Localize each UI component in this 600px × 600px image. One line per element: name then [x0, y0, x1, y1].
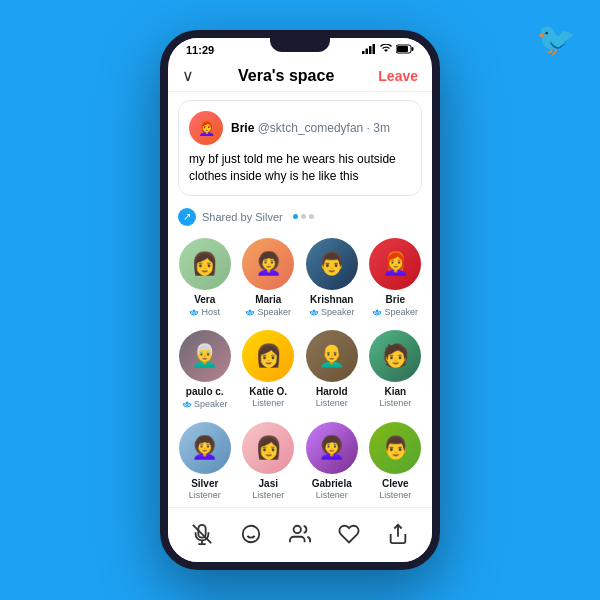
svg-point-7	[193, 309, 196, 312]
participant-role: Listener	[189, 490, 221, 500]
participant-name: Harold	[316, 386, 348, 398]
participant-name: Krishnan	[310, 294, 353, 306]
screen-content: ∨ Vera's space Leave 👩‍🦰 Brie @sktch_com…	[168, 58, 432, 562]
svg-point-11	[185, 401, 188, 404]
participant-name: Maria	[255, 294, 281, 306]
participant-avatar: 👩	[242, 330, 294, 382]
participant-avatar: 👨‍🦳	[179, 330, 231, 382]
tweet-handle: @sktch_comedyfan	[258, 121, 364, 135]
status-icons	[362, 44, 414, 56]
participant-role: Speaker	[245, 306, 291, 318]
participant-role: Listener	[252, 398, 284, 408]
svg-rect-2	[369, 46, 372, 54]
participant-kian[interactable]: 🧑KianListener	[365, 326, 427, 414]
participant-avatar: 👨‍🦲	[306, 330, 358, 382]
participant-role: Speaker	[309, 306, 355, 318]
svg-rect-3	[372, 44, 375, 54]
shared-icon: ↗	[178, 208, 196, 226]
speaker-mic-icon	[309, 306, 319, 318]
tweet-avatar: 👩‍🦰	[189, 111, 223, 145]
tweet-card: 👩‍🦰 Brie @sktch_comedyfan · 3m my bf jus…	[178, 100, 422, 196]
participant-name: Jasi	[259, 478, 278, 490]
dot-1	[293, 214, 298, 219]
tweet-text: my bf just told me he wears his outside …	[189, 151, 411, 185]
phone-notch	[270, 38, 330, 52]
tweet-user: 👩‍🦰 Brie @sktch_comedyfan · 3m	[189, 111, 411, 145]
dot-2	[301, 214, 306, 219]
participant-role: Listener	[316, 398, 348, 408]
participant-name: Kian	[384, 386, 406, 398]
dot-3	[309, 214, 314, 219]
participant-silver[interactable]: 👩‍🦱SilverListener	[174, 418, 236, 504]
people-button[interactable]	[282, 516, 318, 552]
svg-rect-5	[397, 46, 408, 52]
svg-rect-0	[362, 51, 365, 54]
svg-point-9	[312, 309, 315, 312]
participants-section: 👩VeraHost👩‍🦱MariaSpeaker👨KrishnanSpeaker…	[168, 230, 432, 507]
participant-avatar: 👨	[306, 238, 358, 290]
participant-avatar: 👩	[242, 422, 294, 474]
tweet-name: Brie	[231, 121, 254, 135]
tweet-time: · 3m	[367, 121, 390, 135]
speaker-mic-icon	[245, 306, 255, 318]
participant-katie-o[interactable]: 👩Katie O.Listener	[238, 326, 300, 414]
participant-role: Listener	[252, 490, 284, 500]
participant-avatar: 🧑	[369, 330, 421, 382]
participant-role: Listener	[379, 398, 411, 408]
speaker-mic-icon	[372, 306, 382, 318]
speaker-mic-icon	[189, 306, 199, 318]
svg-point-15	[243, 526, 260, 543]
participant-name: Brie	[386, 294, 405, 306]
participants-grid: 👩VeraHost👩‍🦱MariaSpeaker👨KrishnanSpeaker…	[174, 234, 426, 504]
participant-avatar: 👨	[369, 422, 421, 474]
emoji-button[interactable]	[233, 516, 269, 552]
bottom-nav	[168, 507, 432, 562]
participant-jasi[interactable]: 👩JasiListener	[238, 418, 300, 504]
shared-bar: ↗ Shared by Silver	[168, 204, 432, 230]
participant-avatar: 👩‍🦰	[369, 238, 421, 290]
heart-button[interactable]	[331, 516, 367, 552]
participant-cleve[interactable]: 👨CleveListener	[365, 418, 427, 504]
participant-brie[interactable]: 👩‍🦰BrieSpeaker	[365, 234, 427, 322]
participant-role: Listener	[379, 490, 411, 500]
phone: 11:29	[160, 30, 440, 570]
participant-avatar: 👩‍🦱	[306, 422, 358, 474]
participant-harold[interactable]: 👨‍🦲HaroldListener	[301, 326, 363, 414]
participant-name: paulo c.	[186, 386, 224, 398]
participant-name: Vera	[194, 294, 215, 306]
svg-point-10	[376, 309, 379, 312]
participant-vera[interactable]: 👩VeraHost	[174, 234, 236, 322]
participant-name: Cleve	[382, 478, 409, 490]
twitter-logo: 🐦	[536, 20, 576, 58]
participant-role: Host	[189, 306, 220, 318]
wifi-icon	[380, 44, 392, 56]
mute-button[interactable]	[184, 516, 220, 552]
participant-avatar: 👩	[179, 238, 231, 290]
share-button[interactable]	[380, 516, 416, 552]
participant-avatar: 👩‍🦱	[242, 238, 294, 290]
svg-rect-6	[411, 47, 413, 51]
app-header: ∨ Vera's space Leave	[168, 58, 432, 92]
status-time: 11:29	[186, 44, 214, 56]
svg-point-18	[294, 526, 301, 533]
shared-label: Shared by Silver	[202, 211, 283, 223]
participant-name: Katie O.	[249, 386, 287, 398]
participant-krishnan[interactable]: 👨KrishnanSpeaker	[301, 234, 363, 322]
svg-point-8	[249, 309, 252, 312]
participant-role: Speaker	[372, 306, 418, 318]
participant-maria[interactable]: 👩‍🦱MariaSpeaker	[238, 234, 300, 322]
participant-role: Speaker	[182, 398, 228, 410]
participant-role: Listener	[316, 490, 348, 500]
svg-rect-1	[365, 49, 368, 55]
participant-gabriela[interactable]: 👩‍🦱GabrielaListener	[301, 418, 363, 504]
battery-icon	[396, 44, 414, 56]
participant-paulo-c[interactable]: 👨‍🦳paulo c.Speaker	[174, 326, 236, 414]
signal-icon	[362, 44, 376, 56]
carousel-dots	[293, 214, 314, 219]
back-chevron[interactable]: ∨	[182, 66, 194, 85]
participant-name: Gabriela	[312, 478, 352, 490]
tweet-meta: Brie @sktch_comedyfan · 3m	[231, 121, 390, 135]
space-title: Vera's space	[238, 67, 334, 85]
leave-button[interactable]: Leave	[378, 68, 418, 84]
speaker-mic-icon	[182, 398, 192, 410]
